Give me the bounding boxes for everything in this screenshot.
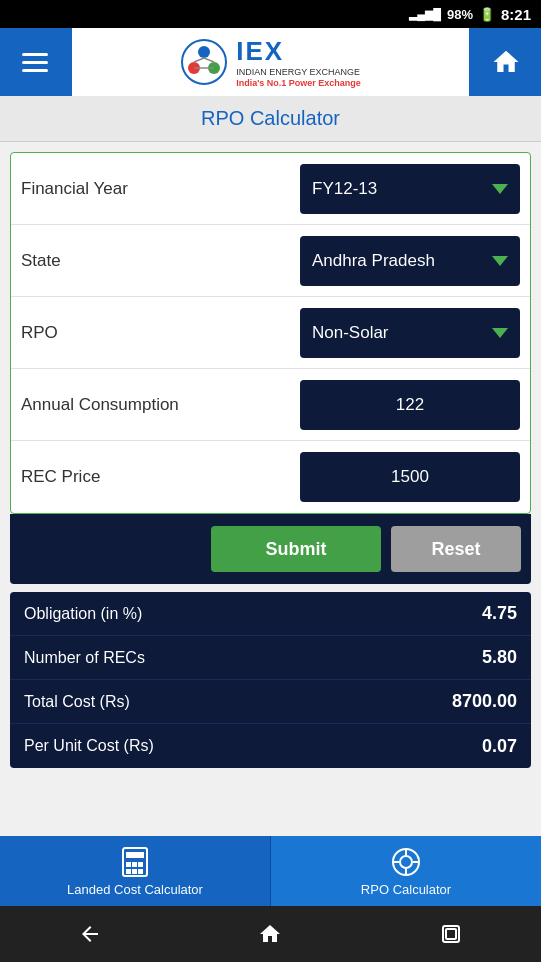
svg-rect-9 <box>126 862 131 867</box>
svg-line-4 <box>194 58 204 62</box>
hamburger-icon <box>22 53 48 72</box>
total-cost-row: Total Cost (Rs) 8700.00 <box>10 680 531 724</box>
svg-rect-12 <box>126 869 131 874</box>
svg-rect-8 <box>126 852 144 858</box>
back-icon <box>78 922 102 946</box>
svg-rect-10 <box>132 862 137 867</box>
reset-button[interactable]: Reset <box>391 526 521 572</box>
state-dropdown[interactable]: Andhra Pradesh <box>300 236 520 286</box>
home-button[interactable] <box>471 28 541 96</box>
calculator-icon <box>119 846 151 878</box>
battery-text: 98% <box>447 7 473 22</box>
nav-item-rpo-calc[interactable]: RPO Calculator <box>271 836 541 906</box>
time-display: 8:21 <box>501 6 531 23</box>
per-unit-cost-label: Per Unit Cost (Rs) <box>24 737 154 755</box>
num-recs-row: Number of RECs 5.80 <box>10 636 531 680</box>
results-panel: Obligation (in %) 4.75 Number of RECs 5.… <box>10 592 531 768</box>
rec-price-value: 1500 <box>391 467 429 487</box>
financial-year-label: Financial Year <box>21 179 300 199</box>
state-row: State Andhra Pradesh <box>11 225 530 297</box>
system-nav-bar <box>0 906 541 962</box>
home-sys-button[interactable] <box>250 914 290 954</box>
status-bar: ▂▄▆█ 98% 🔋 8:21 <box>0 0 541 28</box>
svg-point-1 <box>198 46 210 58</box>
rpo-label: RPO <box>21 323 300 343</box>
battery-icon: 🔋 <box>479 7 495 22</box>
back-button[interactable] <box>70 914 110 954</box>
calculator-form: Financial Year FY12-13 State Andhra Prad… <box>10 152 531 514</box>
rec-price-input[interactable]: 1500 <box>300 452 520 502</box>
home-icon <box>491 47 521 77</box>
logo-tagline-text: India's No.1 Power Exchange <box>236 78 361 88</box>
signal-icon: ▂▄▆█ <box>409 8 441 21</box>
rpo-row: RPO Non-Solar <box>11 297 530 369</box>
per-unit-cost-row: Per Unit Cost (Rs) 0.07 <box>10 724 531 768</box>
annual-consumption-row: Annual Consumption 122 <box>11 369 530 441</box>
annual-consumption-label: Annual Consumption <box>21 395 300 415</box>
financial-year-dropdown[interactable]: FY12-13 <box>300 164 520 214</box>
button-row: Submit Reset <box>10 514 531 584</box>
financial-year-value: FY12-13 <box>312 179 377 199</box>
svg-rect-14 <box>138 869 143 874</box>
num-recs-value: 5.80 <box>482 647 517 668</box>
rec-price-row: REC Price 1500 <box>11 441 530 513</box>
nav-item-rpo-calc-label: RPO Calculator <box>361 882 451 897</box>
nav-item-landed-cost-label: Landed Cost Calculator <box>67 882 203 897</box>
recents-icon <box>439 922 463 946</box>
rpo-dropdown[interactable]: Non-Solar <box>300 308 520 358</box>
obligation-row: Obligation (in %) 4.75 <box>10 592 531 636</box>
bottom-nav: Landed Cost Calculator RPO Calculator <box>0 836 541 906</box>
state-arrow <box>492 256 508 266</box>
num-recs-label: Number of RECs <box>24 649 145 667</box>
svg-rect-13 <box>132 869 137 874</box>
rec-price-label: REC Price <box>21 467 300 487</box>
rpo-value: Non-Solar <box>312 323 389 343</box>
svg-rect-11 <box>138 862 143 867</box>
svg-line-5 <box>204 58 214 62</box>
state-label: State <box>21 251 300 271</box>
app-header: IEX INDIAN ENERGY EXCHANGE India's No.1 … <box>0 28 541 96</box>
recents-button[interactable] <box>431 914 471 954</box>
rpo-icon <box>390 846 422 878</box>
annual-consumption-input[interactable]: 122 <box>300 380 520 430</box>
rpo-arrow <box>492 328 508 338</box>
obligation-label: Obligation (in %) <box>24 605 142 623</box>
home-sys-icon <box>258 922 282 946</box>
total-cost-label: Total Cost (Rs) <box>24 693 130 711</box>
logo-iex-text: IEX <box>236 36 361 67</box>
financial-year-row: Financial Year FY12-13 <box>11 153 530 225</box>
page-title-bar: RPO Calculator <box>0 96 541 142</box>
state-value: Andhra Pradesh <box>312 251 435 271</box>
svg-rect-22 <box>446 929 456 939</box>
menu-button[interactable] <box>0 28 70 96</box>
page-title: RPO Calculator <box>201 107 340 130</box>
nav-item-landed-cost[interactable]: Landed Cost Calculator <box>0 836 271 906</box>
submit-button[interactable]: Submit <box>211 526 381 572</box>
iex-logo-icon <box>180 38 228 86</box>
svg-point-16 <box>400 856 412 868</box>
logo-sub-text: INDIAN ENERGY EXCHANGE <box>236 67 361 78</box>
annual-consumption-value: 122 <box>396 395 424 415</box>
obligation-value: 4.75 <box>482 603 517 624</box>
per-unit-cost-value: 0.07 <box>482 736 517 757</box>
financial-year-arrow <box>492 184 508 194</box>
app-logo: IEX INDIAN ENERGY EXCHANGE India's No.1 … <box>72 28 469 96</box>
total-cost-value: 8700.00 <box>452 691 517 712</box>
